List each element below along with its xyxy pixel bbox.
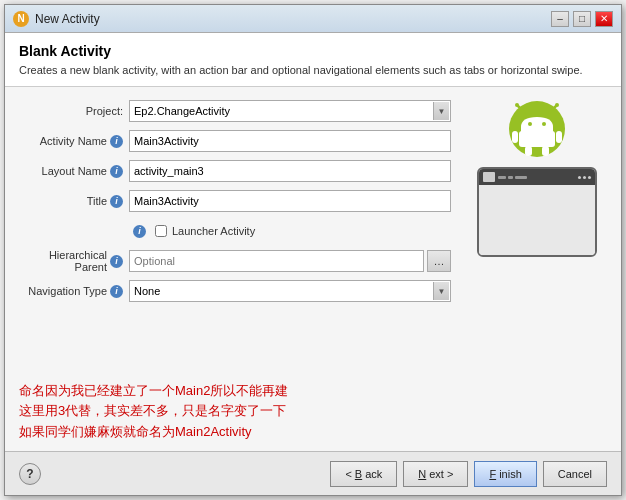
layout-name-label: Layout Name i bbox=[19, 165, 129, 178]
section-description: Creates a new blank activity, with an ac… bbox=[19, 63, 607, 78]
navigation-type-row: Navigation Type i None Tabs Swipe ▼ bbox=[19, 279, 451, 303]
next-button[interactable]: Next > bbox=[403, 461, 468, 487]
cancel-button[interactable]: Cancel bbox=[543, 461, 607, 487]
phone-menu-dots bbox=[578, 176, 591, 179]
annotation-line-3: 如果同学们嫌麻烦就命名为Main2Activity bbox=[19, 422, 607, 443]
activity-name-info-icon[interactable]: i bbox=[110, 135, 123, 148]
activity-name-input[interactable] bbox=[129, 130, 451, 152]
phone-preview bbox=[477, 167, 597, 257]
hierarchical-parent-browse-button[interactable]: … bbox=[427, 250, 451, 272]
phone-title-dots bbox=[498, 176, 527, 179]
activity-name-row: Activity Name i bbox=[19, 129, 451, 153]
preview-area bbox=[467, 99, 607, 360]
svg-point-4 bbox=[555, 103, 559, 107]
annotation-line-1: 命名因为我已经建立了一个Main2所以不能再建 bbox=[19, 381, 607, 402]
launcher-activity-row: i Launcher Activity bbox=[19, 219, 451, 243]
layout-name-row: Layout Name i bbox=[19, 159, 451, 183]
phone-back-icon bbox=[483, 172, 495, 182]
title-label: Title i bbox=[19, 195, 129, 208]
maximize-button[interactable]: □ bbox=[573, 11, 591, 27]
finish-button[interactable]: Finish bbox=[474, 461, 536, 487]
project-select-wrapper: Ep2.ChangeActivity ▼ bbox=[129, 100, 451, 122]
hierarchical-parent-row: Hierarchical Parent i … bbox=[19, 249, 451, 273]
annotation-area: 命名因为我已经建立了一个Main2所以不能再建 这里用3代替，其实差不多，只是名… bbox=[5, 373, 621, 451]
svg-rect-7 bbox=[519, 131, 555, 147]
minimize-button[interactable]: – bbox=[551, 11, 569, 27]
navigation-type-label: Navigation Type i bbox=[19, 285, 129, 298]
close-button[interactable]: ✕ bbox=[595, 11, 613, 27]
svg-point-6 bbox=[542, 122, 546, 126]
phone-top-bar bbox=[479, 169, 595, 185]
svg-rect-9 bbox=[556, 131, 562, 143]
svg-rect-8 bbox=[512, 131, 518, 143]
navigation-type-select[interactable]: None Tabs Swipe bbox=[129, 280, 451, 302]
back-button[interactable]: < Back bbox=[330, 461, 397, 487]
hierarchical-parent-input[interactable] bbox=[129, 250, 424, 272]
project-label: Project: bbox=[19, 105, 129, 117]
launcher-activity-label: Launcher Activity bbox=[172, 225, 255, 237]
hierarchical-parent-info-icon[interactable]: i bbox=[110, 255, 123, 268]
svg-rect-10 bbox=[525, 146, 532, 156]
svg-point-2 bbox=[515, 103, 519, 107]
project-row: Project: Ep2.ChangeActivity ▼ bbox=[19, 99, 451, 123]
project-select[interactable]: Ep2.ChangeActivity bbox=[129, 100, 451, 122]
launcher-info-icon[interactable]: i bbox=[133, 225, 146, 238]
launcher-activity-checkbox[interactable] bbox=[155, 225, 167, 237]
activity-name-label: Activity Name i bbox=[19, 135, 129, 148]
phone-dot bbox=[498, 176, 506, 179]
window-icon: N bbox=[13, 11, 29, 27]
form-area: Project: Ep2.ChangeActivity ▼ Activity N… bbox=[19, 99, 451, 360]
main-content: Project: Ep2.ChangeActivity ▼ Activity N… bbox=[5, 87, 621, 372]
phone-dot bbox=[515, 176, 527, 179]
help-button[interactable]: ? bbox=[19, 463, 41, 485]
title-bar: N New Activity – □ ✕ bbox=[5, 5, 621, 33]
svg-rect-11 bbox=[542, 146, 549, 156]
navigation-type-select-wrapper: None Tabs Swipe ▼ bbox=[129, 280, 451, 302]
svg-point-5 bbox=[528, 122, 532, 126]
annotation-line-2: 这里用3代替，其实差不多，只是名字变了一下 bbox=[19, 401, 607, 422]
section-header: Blank Activity Creates a new blank activ… bbox=[5, 33, 621, 87]
section-title: Blank Activity bbox=[19, 43, 607, 59]
content-area: Blank Activity Creates a new blank activ… bbox=[5, 33, 621, 451]
main-window: N New Activity – □ ✕ Blank Activity Crea… bbox=[4, 4, 622, 496]
hierarchical-parent-label: Hierarchical Parent i bbox=[19, 249, 129, 273]
bottom-bar: ? < Back Next > Finish Cancel bbox=[5, 451, 621, 495]
title-input[interactable] bbox=[129, 190, 451, 212]
layout-name-input[interactable] bbox=[129, 160, 451, 182]
title-row: Title i bbox=[19, 189, 451, 213]
phone-dot bbox=[508, 176, 513, 179]
window-controls: – □ ✕ bbox=[551, 11, 613, 27]
android-logo bbox=[507, 99, 567, 159]
title-info-icon[interactable]: i bbox=[110, 195, 123, 208]
phone-body bbox=[479, 185, 595, 255]
layout-name-info-icon[interactable]: i bbox=[110, 165, 123, 178]
window-title: New Activity bbox=[35, 12, 551, 26]
navigation-type-info-icon[interactable]: i bbox=[110, 285, 123, 298]
